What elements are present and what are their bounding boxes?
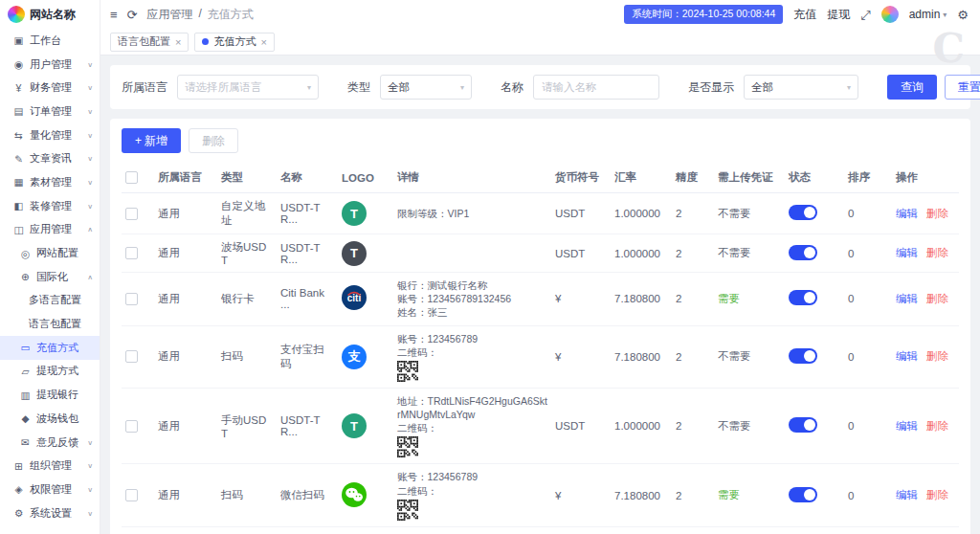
row-checkbox[interactable] [125,247,138,259]
status-toggle[interactable] [789,417,817,433]
chevron-down-icon: ∨ [87,438,93,446]
status-toggle[interactable] [789,245,817,260]
chevron-down-icon: ∨ [87,108,93,116]
cell-logo: T [338,234,393,273]
row-checkbox[interactable] [125,420,138,433]
withdraw-link[interactable]: 提现 [827,7,850,23]
user-menu[interactable]: admin ▾ [909,8,947,21]
cell-language: 通用 [154,388,217,464]
column-header: 排序 [844,163,892,193]
table-row: 通用波场USDTUSDT-TR...TUSDT1.0000002不需要0编辑删除 [122,234,959,273]
material-icon: ▦ [12,176,25,188]
sidebar-item-3[interactable]: ▤订单管理∨ [0,100,100,123]
sidebar-item-15[interactable]: ▥提现银行 [0,383,100,407]
collapse-menu-icon[interactable]: ≡ [110,9,118,21]
sidebar-item-13[interactable]: ▭充值方式 [0,336,100,360]
avatar[interactable] [881,6,899,23]
cell-voucher: 不需要 [714,325,785,388]
edit-link[interactable]: 编辑 [896,293,918,304]
sidebar-item-16[interactable]: ◆波场钱包 [0,407,100,431]
sidebar-item-19[interactable]: ◈权限管理∨ [0,478,100,501]
recharge-link[interactable]: 充值 [793,7,816,23]
sidebar-item-10[interactable]: ⊕国际化∧ [0,265,100,289]
display-select[interactable]: 全部 ▾ [744,75,858,100]
row-checkbox[interactable] [125,293,138,305]
edit-link[interactable]: 编辑 [896,208,918,219]
recharge-icon: ▭ [19,342,32,353]
select-all-checkbox[interactable] [125,171,138,184]
sidebar-item-9[interactable]: ◎网站配置 [0,241,100,265]
menu-label: 网站配置 [36,246,78,260]
row-checkbox[interactable] [125,350,138,363]
cell-sort: 0 [844,193,892,234]
cell-voucher: 需要 [714,273,785,326]
search-button[interactable]: 查询 [887,75,937,100]
name-label: 名称 [501,79,523,96]
delete-link[interactable]: 删除 [926,293,948,304]
sidebar-item-8[interactable]: ◫应用管理∧ [0,218,100,242]
edit-link[interactable]: 编辑 [896,247,918,258]
delete-link[interactable]: 删除 [926,247,948,258]
type-filter: 类型 全部 ▾ [347,75,472,100]
sidebar-item-4[interactable]: ⇆量化管理∨ [0,123,100,147]
refresh-icon[interactable]: ⟳ [127,9,138,21]
status-toggle[interactable] [789,205,817,220]
reset-button[interactable]: 重置 [945,75,980,100]
close-icon[interactable]: × [175,36,181,48]
chevron-down-icon: ∨ [87,202,93,210]
breadcrumb-parent: 应用管理 [147,7,193,23]
tab-0[interactable]: 语言包配置× [110,33,189,52]
cell-language: 通用 [154,325,217,388]
sidebar-item-7[interactable]: ◧装修管理∨ [0,194,100,218]
chevron-down-icon: ∨ [87,155,93,163]
menu-label: 文章资讯 [30,151,72,166]
delete-button[interactable]: 删除 [189,128,238,153]
delete-link[interactable]: 删除 [926,420,948,432]
tether-logo: T [342,413,367,438]
add-button[interactable]: + 新增 [122,128,181,153]
edit-link[interactable]: 编辑 [896,350,918,362]
tether-dark-logo: T [342,241,367,266]
tab-1[interactable]: 充值方式× [194,33,274,52]
name-input[interactable] [533,75,659,100]
cell-name: 微信扫码 [277,464,338,526]
sidebar-item-0[interactable]: ▣工作台 [0,29,100,53]
detail-text: 姓名：张三 [397,305,547,319]
sidebar-item-5[interactable]: ✎文章资讯∨ [0,146,100,170]
delete-link[interactable]: 删除 [926,350,948,362]
sidebar-item-14[interactable]: ▱提现方式 [0,360,100,384]
wechat-logo [342,482,367,507]
fullscreen-icon[interactable]: ⤢ [860,9,870,21]
type-select[interactable]: 全部 ▾ [380,75,472,100]
cell-rate: 1.000000 [611,388,672,464]
sidebar-item-17[interactable]: ✉意见反馈∨ [0,431,100,455]
delete-link[interactable]: 删除 [926,208,948,219]
edit-link[interactable]: 编辑 [896,489,918,501]
row-checkbox[interactable] [125,208,138,220]
sidebar-item-2[interactable]: ¥财务管理∨ [0,76,100,100]
delete-link[interactable]: 删除 [926,489,948,501]
cell-logo: T [338,193,393,234]
cell-logo: citi [338,273,393,326]
close-icon[interactable]: × [260,36,266,48]
logo[interactable]: 网站名称 [0,0,100,29]
finance-icon: ¥ [12,82,25,94]
edit-link[interactable]: 编辑 [896,420,918,432]
menu-label: 提现方式 [36,364,78,378]
settings-icon[interactable]: ⚙ [957,9,969,21]
sidebar-item-6[interactable]: ▦素材管理∨ [0,170,100,194]
cell-precision: 2 [672,273,714,326]
sidebar-item-11[interactable]: 多语言配置 [0,289,100,313]
sidebar-item-20[interactable]: ⚙系统设置∨ [0,501,100,525]
status-toggle[interactable] [789,487,817,502]
menu-label: 意见反馈 [36,435,78,450]
status-toggle[interactable] [789,348,817,364]
cell-currency: USDT [551,234,611,273]
row-checkbox[interactable] [125,489,138,501]
bank-icon: ▥ [19,389,32,401]
sidebar-item-12[interactable]: 语言包配置 [0,312,100,336]
sidebar-item-1[interactable]: ◉用户管理∨ [0,53,100,77]
language-select[interactable]: 请选择所属语言 ▾ [177,75,319,100]
status-toggle[interactable] [789,290,817,305]
sidebar-item-18[interactable]: ⊞组织管理∨ [0,454,100,478]
